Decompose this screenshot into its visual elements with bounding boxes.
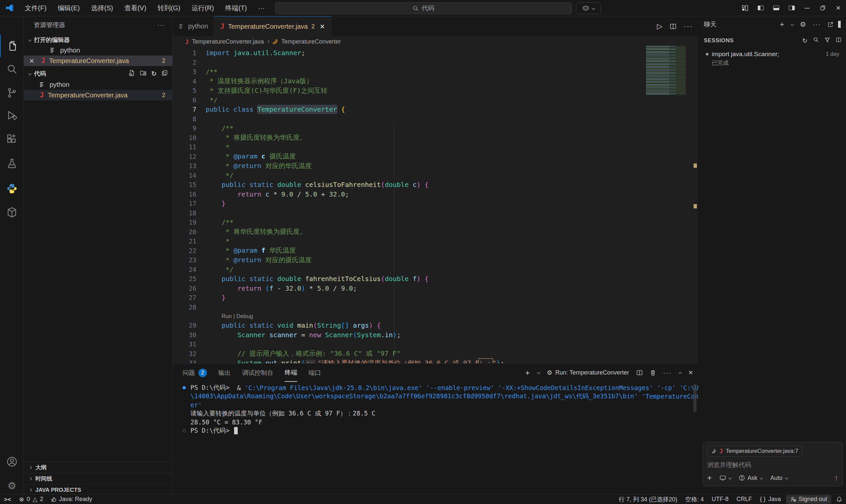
panel-tab-输出[interactable]: 输出 [218, 364, 231, 382]
java-projects-section[interactable]: JAVA PROJECTS [24, 484, 173, 496]
toggle-secondary-sidebar-icon[interactable] [840, 21, 841, 28]
explorer-icon[interactable] [0, 35, 24, 57]
model-picker[interactable]: Auto [770, 474, 788, 482]
open-in-editor-icon[interactable] [828, 21, 833, 28]
command-center-search[interactable]: 代码 [275, 2, 572, 14]
close-icon[interactable]: ✕ [320, 23, 325, 30]
more-actions-icon[interactable]: ··· [813, 21, 821, 28]
send-button[interactable]: ↑ [834, 473, 839, 483]
remote-indicator[interactable]: >< [0, 494, 15, 504]
filter-icon[interactable] [825, 37, 830, 44]
customize-layout-button[interactable] [737, 0, 753, 16]
menu-转到(G)[interactable]: 转到(G) [152, 2, 186, 14]
collapse-all-icon[interactable] [161, 70, 168, 78]
copilot-button[interactable] [576, 2, 601, 14]
cursor-position[interactable]: 行 7, 列 34 (已选择20) [615, 494, 681, 504]
account-icon[interactable] [0, 450, 24, 473]
attach-context-button[interactable]: + [707, 473, 712, 483]
new-terminal-icon[interactable]: + [525, 368, 530, 378]
file-temperatureconverter[interactable]: J TemperatureConverter.java 2 [24, 90, 173, 101]
containers-icon[interactable] [0, 201, 24, 223]
panel-tab-问题[interactable]: 问题2 [183, 364, 207, 382]
toggle-panel-button[interactable] [768, 0, 784, 16]
python-icon[interactable] [0, 177, 24, 200]
menu-查看(V)[interactable]: 查看(V) [119, 2, 152, 14]
sidebar-more-icon[interactable]: ··· [157, 21, 166, 29]
panel-tab-端口[interactable]: 端口 [308, 364, 321, 382]
session-item[interactable]: import java.util.Scanner; 1 day 已完成 [702, 49, 843, 70]
split-view-icon[interactable] [836, 37, 841, 44]
problems-status[interactable]: ⊗0 △2 [15, 494, 47, 504]
source-control-icon[interactable] [0, 82, 24, 104]
menu-运行(R)[interactable]: 运行(R) [186, 2, 220, 14]
chevron-down-icon[interactable] [537, 371, 540, 374]
tab-python[interactable]: python [173, 16, 214, 36]
language-mode[interactable]: { }Java [756, 494, 785, 504]
menu-选择(S)[interactable]: 选择(S) [85, 2, 119, 14]
list-file-icon [39, 82, 46, 88]
split-editor-icon[interactable] [670, 23, 676, 30]
account-status[interactable]: Signed out [786, 495, 831, 504]
more-actions-icon[interactable]: ··· [684, 22, 693, 31]
open-editor-temperatureconverter[interactable]: ✕ J TemperatureConverter.java 2 [24, 55, 173, 66]
eol-sequence[interactable]: CRLF [732, 494, 756, 504]
command-decoration-icon [183, 386, 186, 390]
panel-tab-终端[interactable]: 终端 [284, 364, 297, 382]
close-icon[interactable]: ✕ [29, 57, 34, 65]
close-panel-icon[interactable]: × [689, 368, 693, 377]
indentation[interactable]: 空格: 4 [681, 494, 708, 504]
open-editors-header[interactable]: 打开的编辑器 [24, 34, 173, 46]
chevron-down-icon[interactable] [791, 22, 794, 26]
terminal-scrollbar[interactable] [693, 383, 696, 413]
toggle-sidebar-button[interactable] [753, 0, 768, 16]
toggle-secondary-sidebar-button[interactable] [784, 0, 799, 16]
maximize-panel-icon[interactable] [679, 369, 681, 377]
run-debug-icon[interactable] [0, 104, 24, 126]
tools-button[interactable] [720, 475, 731, 481]
java-status[interactable]: Java: Ready [47, 494, 96, 504]
breadcrumb[interactable]: J TemperatureConverter.java TemperatureC… [173, 36, 697, 47]
folder-section-header[interactable]: 代码 ↻ [24, 68, 173, 79]
panel-tab-调试控制台[interactable]: 调试控制台 [242, 364, 273, 382]
menu-终端(T)[interactable]: 终端(T) [220, 2, 253, 14]
encoding[interactable]: UTF-8 [708, 494, 732, 504]
new-chat-icon[interactable]: + [780, 20, 784, 29]
chat-input[interactable]: J TemperatureConverter.java:7 浏览并理解代码 + … [703, 442, 843, 486]
file-python[interactable]: python [24, 79, 173, 90]
search-icon[interactable] [813, 37, 819, 44]
notifications-bell-icon[interactable] [832, 494, 846, 504]
search-value: 代码 [422, 4, 434, 13]
tab-temperatureconverter[interactable]: J TemperatureConverter.java 2 ✕ [214, 16, 331, 36]
settings-gear-icon[interactable]: ⚙ [0, 474, 24, 497]
codelens-run-debug[interactable]: Run | Debug [173, 312, 697, 321]
extensions-icon[interactable] [0, 128, 24, 150]
close-window-button[interactable]: × [830, 0, 846, 16]
restore-button[interactable] [815, 0, 830, 16]
testing-icon[interactable] [0, 152, 24, 175]
menu-文件(F)[interactable]: 文件(F) [19, 2, 52, 14]
minimap[interactable] [646, 46, 691, 95]
more-actions-icon[interactable]: ··· [663, 369, 672, 377]
sessions-label: SESSIONS [704, 37, 733, 44]
terminal[interactable]: PS D:\代码> & 'C:\Program Files\Java\jdk-2… [183, 383, 698, 435]
new-file-icon[interactable] [128, 70, 135, 78]
refresh-icon[interactable]: ↻ [151, 70, 157, 78]
chat-settings-icon[interactable]: ⚙ [800, 20, 806, 29]
search-icon[interactable] [0, 58, 24, 80]
run-java-button[interactable]: ▷ [657, 22, 662, 31]
context-chip[interactable]: J TemperatureConverter.java:7 [707, 446, 802, 457]
menu-编辑(E)[interactable]: 编辑(E) [52, 2, 86, 14]
menu-···[interactable]: ··· [253, 2, 271, 14]
refresh-icon[interactable]: ↻ [802, 37, 808, 44]
mode-picker[interactable]: Ask [739, 474, 762, 482]
kill-terminal-icon[interactable] [650, 370, 656, 376]
new-folder-icon[interactable] [140, 70, 146, 78]
code-editor[interactable]: J TemperatureConverter.java TemperatureC… [173, 36, 697, 363]
timeline-section[interactable]: 时间线 [24, 473, 173, 484]
session-status: 已完成 [712, 59, 840, 67]
outline-section[interactable]: 大纲 [24, 462, 173, 473]
terminal-tab-item[interactable]: ⚙ Run: TemperatureConverter [547, 369, 629, 377]
open-editor-python[interactable]: python [24, 45, 173, 55]
split-terminal-icon[interactable] [636, 370, 643, 376]
minimize-button[interactable]: ─ [799, 0, 815, 16]
